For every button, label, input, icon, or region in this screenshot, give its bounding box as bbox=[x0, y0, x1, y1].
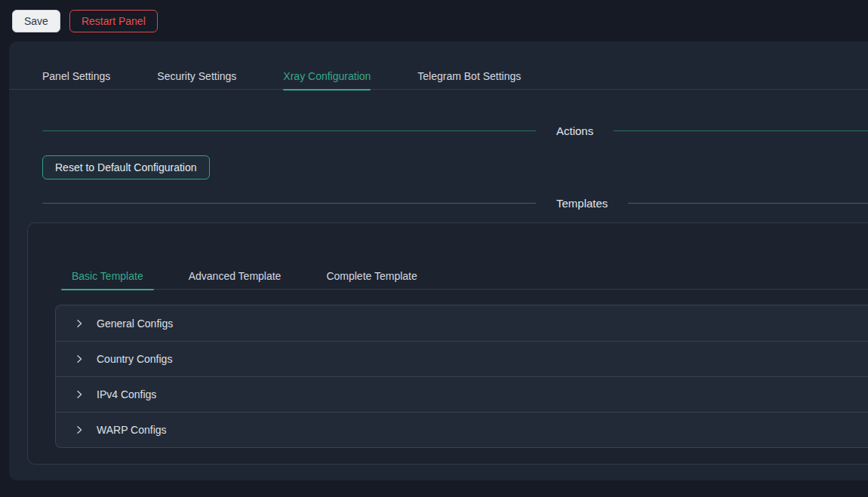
restart-panel-button[interactable]: Restart Panel bbox=[69, 10, 158, 32]
templates-divider: Templates bbox=[9, 195, 868, 210]
templates-card: Basic Template Advanced Template Complet… bbox=[27, 222, 868, 465]
tab-label: Complete Template bbox=[326, 270, 417, 282]
templates-divider-label: Templates bbox=[536, 197, 628, 210]
reset-to-default-button[interactable]: Reset to Default Configuration bbox=[42, 155, 210, 179]
active-tab-indicator bbox=[61, 289, 154, 290]
chevron-right-icon bbox=[75, 390, 84, 399]
collapse-header-ipv4-configs[interactable]: IPv4 Configs bbox=[56, 376, 868, 412]
tab-complete-template[interactable]: Complete Template bbox=[315, 262, 427, 290]
tab-label: Security Settings bbox=[157, 70, 236, 82]
tab-security-settings[interactable]: Security Settings bbox=[157, 63, 236, 90]
actions-section: Reset to Default Configuration bbox=[9, 155, 868, 179]
divider-line bbox=[42, 130, 536, 131]
tab-basic-template[interactable]: Basic Template bbox=[61, 262, 154, 290]
tab-panel-settings[interactable]: Panel Settings bbox=[42, 63, 110, 90]
tab-label: Telegram Bot Settings bbox=[417, 70, 521, 82]
settings-card: Panel Settings Security Settings Xray Co… bbox=[9, 41, 868, 480]
template-tab-bar: Basic Template Advanced Template Complet… bbox=[61, 262, 868, 290]
tab-advanced-template[interactable]: Advanced Template bbox=[178, 262, 292, 290]
tab-label: Panel Settings bbox=[42, 70, 110, 82]
collapse-header-label: IPv4 Configs bbox=[97, 388, 156, 400]
collapse-header-warp-configs[interactable]: WARP Configs bbox=[56, 412, 868, 447]
divider-line bbox=[614, 130, 868, 131]
tab-label: Xray Configuration bbox=[283, 70, 371, 82]
chevron-right-icon bbox=[75, 319, 84, 328]
actions-divider: Actions bbox=[9, 123, 868, 138]
tab-label: Advanced Template bbox=[189, 270, 282, 282]
tab-label: Basic Template bbox=[72, 270, 143, 282]
divider-line bbox=[628, 203, 868, 204]
collapse-header-country-configs[interactable]: Country Configs bbox=[56, 341, 868, 376]
tab-xray-configuration[interactable]: Xray Configuration bbox=[283, 63, 371, 90]
actions-divider-label: Actions bbox=[536, 124, 614, 137]
settings-tab-bar: Panel Settings Security Settings Xray Co… bbox=[9, 63, 868, 90]
tab-telegram-bot-settings[interactable]: Telegram Bot Settings bbox=[417, 63, 521, 90]
active-tab-indicator bbox=[283, 89, 371, 91]
collapse-header-label: WARP Configs bbox=[97, 424, 167, 436]
config-collapse-list: General Configs Country Configs IPv4 Con… bbox=[55, 305, 868, 448]
save-button[interactable]: Save bbox=[12, 10, 60, 32]
divider-line bbox=[42, 203, 536, 204]
top-toolbar: Save Restart Panel bbox=[0, 0, 868, 41]
collapse-header-label: General Configs bbox=[97, 318, 173, 330]
collapse-header-general-configs[interactable]: General Configs bbox=[56, 305, 868, 341]
chevron-right-icon bbox=[75, 354, 84, 364]
collapse-header-label: Country Configs bbox=[97, 353, 172, 365]
chevron-right-icon bbox=[75, 425, 84, 434]
